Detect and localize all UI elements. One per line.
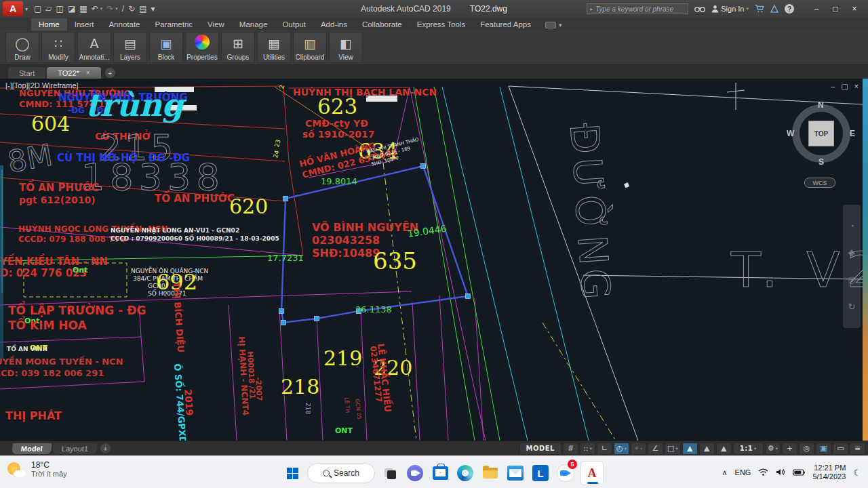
annotation-scale-value-button[interactable]: 1:1▾ <box>733 443 764 455</box>
ribbon-panel-modify[interactable]: ∷Modify <box>41 32 75 63</box>
edge-browser-button[interactable] <box>455 462 475 485</box>
measure-icon[interactable]: / <box>122 4 124 14</box>
ribbon-tab-manage[interactable]: Manage <box>232 18 275 30</box>
workspace-switching-button[interactable]: ⚙▾ <box>765 443 781 455</box>
autodesk-apps-icon[interactable] <box>770 5 778 13</box>
ribbon-tab-parametric[interactable]: Parametric <box>148 18 201 30</box>
ortho-mode-button[interactable]: ∟ <box>597 443 612 455</box>
polar-tracking-button[interactable]: ◴▾ <box>614 443 629 455</box>
ribbon-panel-layers[interactable]: ▤Layers <box>113 32 147 63</box>
ribbon-panel-view[interactable]: ◧View <box>329 32 363 63</box>
sign-in-caret-icon[interactable]: ▾ <box>746 6 749 12</box>
isolate-objects-button[interactable]: ◎ <box>799 443 814 455</box>
do-not-disturb-icon[interactable]: ☾ <box>853 468 861 478</box>
undo-icon[interactable]: ↶ <box>92 4 98 14</box>
sheet-set-icon[interactable]: ▤ <box>139 4 146 14</box>
close-tab-icon[interactable]: × <box>86 69 90 77</box>
save-as-icon[interactable]: ◪ <box>68 4 75 14</box>
object-snap-button[interactable]: □▾ <box>665 443 681 455</box>
autocad-taskbar-button[interactable]: A <box>580 461 604 485</box>
file-tab-to22[interactable]: TO22* × <box>47 67 100 79</box>
mail-button[interactable] <box>505 462 526 485</box>
navbar-tool-icon[interactable]: ◔ <box>849 221 854 231</box>
close-button[interactable]: × <box>845 1 864 16</box>
ribbon-tab-insert[interactable]: Insert <box>67 18 102 30</box>
new-file-icon[interactable]: ▢ <box>34 4 41 14</box>
drawing-close-icon[interactable]: × <box>854 82 859 91</box>
ribbon-panel-block[interactable]: ▣Block <box>149 32 183 63</box>
layout1-tab[interactable]: Layout1 <box>52 443 98 454</box>
ribbon-panel-utilities[interactable]: ▦Utilities <box>257 32 291 63</box>
ribbon-tab-annotate[interactable]: Annotate <box>101 18 147 30</box>
search-binoculars-icon[interactable] <box>694 5 705 13</box>
ribbon-tab-output[interactable]: Output <box>275 18 313 30</box>
help-icon[interactable]: ? <box>785 4 794 14</box>
annotation-scale-button[interactable]: ▲ <box>716 443 732 455</box>
ribbon-tab-home[interactable]: Home <box>31 18 67 30</box>
clock[interactable]: 12:21 PM 5/14/2023 <box>812 464 846 481</box>
save-icon[interactable]: ◫ <box>56 4 64 14</box>
start-button[interactable] <box>282 462 302 485</box>
autocad-app-menu-button[interactable]: A <box>3 1 23 16</box>
language-indicator[interactable]: ENG <box>735 468 751 476</box>
task-view-button[interactable] <box>380 462 400 485</box>
viewcube-west[interactable]: W <box>787 129 794 138</box>
drawing-restore-icon[interactable]: ▢ <box>841 82 848 91</box>
new-layout-button[interactable]: + <box>100 443 111 453</box>
plot-icon[interactable]: ▦ <box>79 4 87 14</box>
isoplane-button[interactable]: ∠ <box>648 443 663 455</box>
minimize-button[interactable]: – <box>807 1 826 16</box>
open-file-icon[interactable]: ▱ <box>45 4 52 14</box>
view-cube[interactable]: TOP N S W E <box>791 103 852 164</box>
zoom-app-button[interactable]: 5 <box>555 462 576 485</box>
ribbon-tab-add-ins[interactable]: Add-ins <box>313 18 355 30</box>
ribbon-tab-view[interactable]: View <box>200 18 232 30</box>
linkedin-button[interactable]: L <box>530 462 551 485</box>
redo-caret-icon[interactable]: ▾ <box>115 6 118 12</box>
ribbon-panel-groups[interactable]: ⊞Groups <box>221 32 255 63</box>
annotation-autoscale-button[interactable]: ▲ <box>699 443 715 455</box>
sign-in-button[interactable]: Sign In ▾ <box>711 5 749 13</box>
viewcube-south[interactable]: S <box>818 157 824 167</box>
app-store-cart-icon[interactable] <box>755 5 764 13</box>
help-search-input[interactable]: ▸ Type a keyword or phrase <box>587 3 688 14</box>
file-tab-start[interactable]: Start <box>8 67 45 79</box>
wcs-dropdown[interactable]: WCS <box>804 178 835 188</box>
model-tab[interactable]: Model <box>12 443 52 454</box>
clean-screen-button[interactable]: ▭ <box>833 443 848 455</box>
customize-button[interactable]: + <box>782 443 797 455</box>
graphics-performance-button[interactable]: ▣ <box>816 443 831 455</box>
ribbon-panel-annotati[interactable]: AAnnotati... <box>77 32 111 63</box>
battery-icon[interactable] <box>793 466 805 479</box>
snap-mode-button[interactable]: ::▾ <box>580 443 595 455</box>
viewcube-east[interactable]: E <box>850 129 855 138</box>
ribbon-options-caret-icon[interactable]: ▾ <box>559 22 562 28</box>
viewcube-north[interactable]: N <box>818 100 824 110</box>
navbar-tool-icon[interactable]: ↻ <box>848 302 856 312</box>
wifi-icon[interactable] <box>758 466 768 479</box>
ribbon-tab-featured-apps[interactable]: Featured Apps <box>473 18 538 30</box>
undo-caret-icon[interactable]: ▾ <box>100 6 103 12</box>
navbar-tool-icon[interactable]: ✥ <box>848 248 856 258</box>
taskbar-search[interactable]: Search <box>307 463 375 483</box>
weather-widget[interactable]: 18°C Trời ít mây <box>7 460 67 478</box>
volume-icon[interactable] <box>776 466 785 479</box>
ribbon-panel-properties[interactable]: Properties <box>185 32 219 63</box>
tray-chevron-icon[interactable]: ∧ <box>722 468 728 477</box>
qat-dropdown-icon[interactable]: ▾ <box>151 4 155 14</box>
microsoft-store-button[interactable] <box>430 462 450 485</box>
ribbon-panel-clipboard[interactable]: ▥Clipboard <box>293 32 327 63</box>
nav-bar[interactable]: ◔✥◎↻ <box>843 205 861 328</box>
teams-chat-button[interactable] <box>405 462 425 485</box>
refresh-icon[interactable]: ↻ <box>128 4 135 14</box>
new-tab-button[interactable]: + <box>105 68 115 78</box>
grid-display-button[interactable]: # <box>563 443 578 455</box>
ribbon-tab-collaborate[interactable]: Collaborate <box>355 18 410 30</box>
annotation-visibility-button[interactable]: ▲ <box>682 443 698 455</box>
viewport-controls[interactable]: [-][Top][2D Wireframe] <box>5 81 79 89</box>
redo-icon[interactable]: ↷ <box>106 4 113 14</box>
drawing-minimize-icon[interactable]: – <box>831 82 835 91</box>
app-menu-caret-icon[interactable]: ▾ <box>25 6 28 12</box>
object-snap-tracking-button[interactable]: ⌖▾ <box>631 443 646 455</box>
ribbon-display-icon[interactable] <box>545 22 556 28</box>
